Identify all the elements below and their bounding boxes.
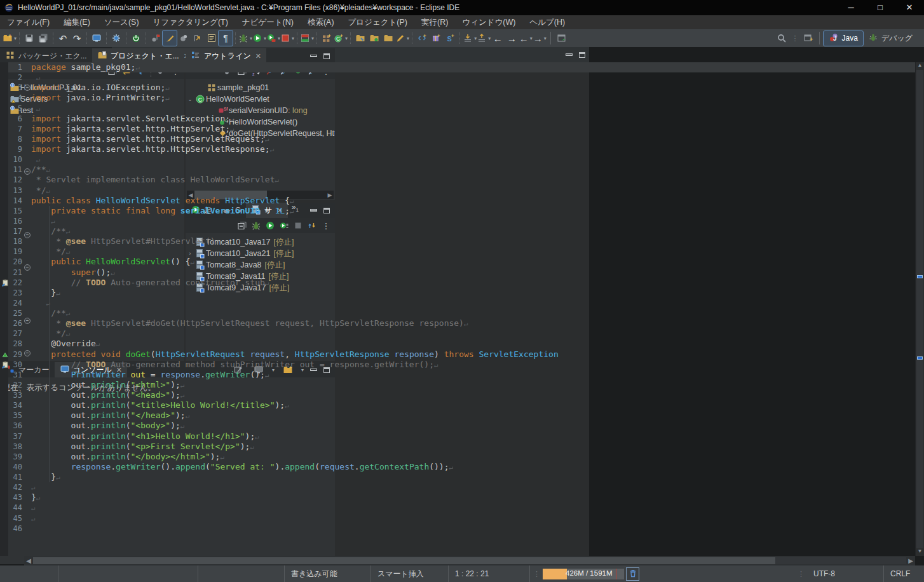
code-line-20[interactable]: public HelloWorldServlet() {↵ <box>31 257 915 267</box>
menu-9[interactable]: ウィンドウ(W) <box>455 15 522 29</box>
task-marker-icon[interactable] <box>1 361 10 370</box>
code-line-41[interactable]: }↵ <box>31 472 915 482</box>
menu-8[interactable]: 実行(R) <box>414 15 455 29</box>
code-line-24[interactable]: ↵ <box>31 298 915 308</box>
task-marker-icon[interactable] <box>1 279 10 288</box>
code-line-16[interactable]: ↵ <box>31 216 915 226</box>
code-line-14[interactable]: public class HelloWorldServlet extends H… <box>31 196 915 206</box>
code-line-37[interactable]: out.println("<h1>Hello World!</h1>");↵ <box>31 431 915 442</box>
fold-collapse-icon[interactable]: − <box>24 232 31 238</box>
menu-5[interactable]: ナビゲート(N) <box>235 15 301 29</box>
brush-button[interactable] <box>163 30 177 46</box>
fold-collapse-icon[interactable]: − <box>24 318 31 324</box>
code-line-46[interactable] <box>31 524 915 534</box>
menu-2[interactable]: 編集(E) <box>57 15 97 29</box>
code-line-31[interactable]: PrintWriter out = response.getWriter();↵ <box>31 370 915 380</box>
code-line-5[interactable]: ↵ <box>31 104 915 114</box>
minimize-editor-icon[interactable] <box>566 53 573 56</box>
back-button[interactable]: ←▾ <box>519 30 533 46</box>
tab-package-explorer[interactable]: パッケージ・エク... <box>0 48 92 64</box>
code-line-4[interactable]: import java.io.PrintWriter;↵ <box>31 93 915 103</box>
search-icon[interactable] <box>775 30 789 46</box>
code-line-9[interactable]: import jakarta.servlet.http.HttpServletR… <box>31 144 915 154</box>
undo-button[interactable]: ↶ <box>56 30 70 46</box>
ruler-task-mark[interactable] <box>917 275 923 278</box>
code-line-43[interactable]: }↵ <box>31 492 915 503</box>
minimize-button[interactable]: ─ <box>836 0 866 15</box>
override-marker-icon[interactable] <box>1 351 8 359</box>
code-line-40[interactable]: response.getWriter().append("Served at: … <box>31 462 915 472</box>
code-line-34[interactable]: out.println("<title>Hello World!</title>… <box>31 400 915 410</box>
code-line-10[interactable]: ↵ <box>31 154 915 165</box>
console-view-button[interactable] <box>205 30 219 46</box>
run-last-button[interactable] <box>149 30 163 46</box>
fold-collapse-icon[interactable]: − <box>24 264 31 271</box>
encoding-status[interactable]: UTF-8 <box>807 565 883 582</box>
run-button[interactable]: ▾ <box>252 30 266 46</box>
menu-10[interactable]: ヘルプ(H) <box>522 15 572 29</box>
import-button[interactable]: ▾ <box>463 30 477 46</box>
code-line-35[interactable]: out.println("</head>");↵ <box>31 410 915 421</box>
code-line-3[interactable]: import java.io.IOException;↵ <box>31 83 915 93</box>
code-line-8[interactable]: import jakarta.servlet.http.HttpServletR… <box>31 134 915 144</box>
bug-button[interactable]: ▾ <box>238 30 252 46</box>
tab-outline[interactable]: アウトライン✕ <box>186 48 266 64</box>
perspective-debug[interactable]: デバッグ <box>863 31 918 46</box>
code-line-38[interactable]: out.println("<p>First Servlet</p>");↵ <box>31 442 915 452</box>
code-line-17[interactable]: /**↵ <box>31 226 915 236</box>
code-line-44[interactable]: ↵ <box>31 503 915 513</box>
code-line-2[interactable]: ↵ <box>31 72 915 83</box>
new-s-button[interactable]: S+ <box>443 30 457 46</box>
last-edit-button[interactable] <box>555 30 569 46</box>
maximize-editor-icon[interactable] <box>579 52 585 58</box>
code-line-6[interactable]: import jakarta.servlet.ServletException;… <box>31 114 915 124</box>
code-line-12[interactable]: * Servlet implementation class HelloWorl… <box>31 175 915 185</box>
tab-project-explorer[interactable]: プロジェクト・エ...✕ <box>92 48 194 64</box>
code-line-13[interactable]: */↵ <box>31 186 915 196</box>
code-line-29[interactable]: protected void doGet(HttpServletRequest … <box>31 349 915 360</box>
back-bold-button[interactable]: ← <box>491 30 505 46</box>
redo-button[interactable]: ↷ <box>70 30 84 46</box>
pilcrow-button[interactable]: ¶ <box>219 30 233 46</box>
terminal-button[interactable] <box>90 30 104 46</box>
code-line-22[interactable]: // TODO Auto-generated constructor stub↵ <box>31 278 915 288</box>
export-button[interactable]: ▾ <box>477 30 491 46</box>
code-line-7[interactable]: import jakarta.servlet.http.HttpServlet;… <box>31 124 915 134</box>
code-line-36[interactable]: out.println("<body>");↵ <box>31 421 915 431</box>
save-all-button[interactable] <box>36 30 50 46</box>
close-icon[interactable]: ✕ <box>255 52 261 60</box>
code-line-18[interactable]: * @see HttpServlet#HttpServlet()↵ <box>31 236 915 247</box>
fold-collapse-icon[interactable]: − <box>24 350 31 356</box>
code-line-11[interactable]: /**↵ <box>31 165 915 175</box>
close-button[interactable]: ✕ <box>895 0 924 15</box>
code-line-21[interactable]: super();↵ <box>31 267 915 278</box>
menu-7[interactable]: プロジェクト(P) <box>341 15 414 29</box>
jump-file-button[interactable] <box>191 30 205 46</box>
minimize-view-icon[interactable] <box>310 55 317 57</box>
profile-button[interactable]: ▾ <box>266 30 280 46</box>
menu-1[interactable]: ファイル(F) <box>0 15 57 29</box>
code-line-1[interactable]: package sample_pkg01;↵ <box>31 62 915 72</box>
code-editor[interactable]: 1234567891011121314151617181920212223242… <box>0 62 915 556</box>
editor-horizontal-scrollbar[interactable]: ◀▶ <box>24 556 915 565</box>
new-wizard-button[interactable]: +▾ <box>3 30 17 46</box>
new-gift-button[interactable]: + <box>429 30 443 46</box>
folding-gutter[interactable]: −−−−−− <box>24 62 31 556</box>
fwd-bold-button[interactable]: → <box>505 30 519 46</box>
run-garbage-collector-button[interactable] <box>626 567 639 581</box>
code-line-19[interactable]: */↵ <box>31 247 915 257</box>
maximize-button[interactable]: □ <box>866 0 895 15</box>
folder-run-button[interactable] <box>367 30 381 46</box>
menu-3[interactable]: ソース(S) <box>97 15 146 29</box>
folder-plain-button[interactable] <box>381 30 395 46</box>
line-ending-status[interactable]: CRLF <box>883 565 924 582</box>
coverage-button[interactable]: ▾ <box>300 30 314 46</box>
code-line-25[interactable]: /**↵ <box>31 308 915 318</box>
code-line-27[interactable]: */↵ <box>31 328 915 339</box>
code-line-33[interactable]: out.println("<head>");↵ <box>31 390 915 400</box>
fwd-button[interactable]: →▾ <box>533 30 547 46</box>
save-button[interactable] <box>22 30 36 46</box>
code-line-42[interactable]: ↵ <box>31 482 915 492</box>
code-line-15[interactable]: private static final long serialVersionU… <box>31 206 915 216</box>
new-package-button[interactable]: + <box>320 30 334 46</box>
